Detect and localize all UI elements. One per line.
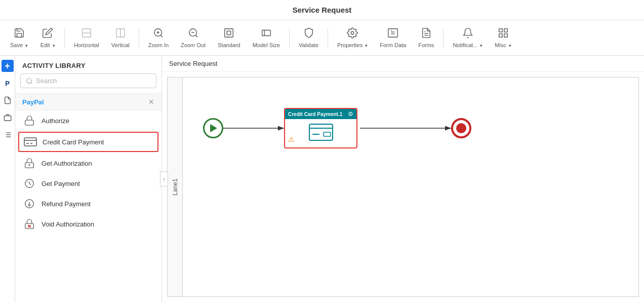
svg-rect-56 <box>324 132 331 136</box>
svg-rect-23 <box>504 29 507 32</box>
form-data-icon <box>387 27 398 41</box>
iconbar-id[interactable] <box>2 111 14 124</box>
vertical-label: Vertical <box>111 42 130 48</box>
refund-payment-icon <box>22 198 36 209</box>
svg-rect-13 <box>262 30 271 36</box>
zoom-in-label: Zoom In <box>148 42 169 48</box>
svg-rect-11 <box>225 29 233 37</box>
canvas-title: Service Request <box>162 56 644 72</box>
task-node-body: ⚠ <box>285 119 356 145</box>
start-event-inner <box>210 124 217 132</box>
notifications-label: Notificat... ▾ <box>453 42 482 48</box>
zoom-out-icon <box>188 27 199 41</box>
get-payment-label: Get Payment <box>42 180 80 187</box>
refund-payment-label: Refund Payment <box>42 200 91 208</box>
notifications-button[interactable]: Notificat... ▾ <box>448 25 488 50</box>
sidebar-item-get-authorization[interactable]: Get Authorization <box>15 153 162 173</box>
save-button[interactable]: Save ▾ <box>5 25 33 50</box>
misc-icon <box>498 27 509 41</box>
iconbar-list[interactable] <box>2 129 14 141</box>
form-data-button[interactable]: Form Data <box>375 25 411 50</box>
canvas-area: Service Request Lane1 <box>162 56 644 302</box>
iconbar-document[interactable] <box>2 94 14 106</box>
authorize-label: Authorize <box>42 117 69 125</box>
credit-card-payment-icon <box>23 136 37 147</box>
svg-line-34 <box>31 82 32 84</box>
horizontal-button[interactable]: Horizontal <box>69 25 104 50</box>
properties-button[interactable]: Properties ▾ <box>332 25 373 50</box>
edit-icon <box>42 27 53 41</box>
svg-rect-24 <box>504 34 507 37</box>
horizontal-label: Horizontal <box>74 42 99 48</box>
forms-label: Forms <box>418 42 434 48</box>
end-event-inner <box>456 123 466 133</box>
warning-icon: ⚠ <box>288 135 295 143</box>
validate-label: Validate <box>299 42 318 48</box>
gear-icon[interactable]: ⚙ <box>348 110 353 118</box>
search-input[interactable]: Search <box>20 73 156 88</box>
forms-icon <box>421 27 432 41</box>
sidebar-header: Activity Library <box>15 56 162 73</box>
svg-point-41 <box>29 165 30 166</box>
toolbar: Save ▾ Edit ▾ Horizontal Vertical Zoom I… <box>0 20 644 56</box>
sidebar-section-title: PayPal <box>22 98 44 106</box>
void-authorization-label: Void Authorization <box>42 220 94 228</box>
sidebar-item-authorize[interactable]: Authorize <box>15 110 162 131</box>
task-node-credit-card-payment[interactable]: Credit Card Payment.1 ⚙ <box>284 108 357 148</box>
lane: Lane1 <box>167 77 639 297</box>
start-event[interactable] <box>203 118 223 138</box>
vertical-icon <box>115 27 126 41</box>
sidebar-item-get-payment[interactable]: Get Payment <box>15 173 162 194</box>
svg-point-33 <box>27 78 31 83</box>
end-event[interactable] <box>451 118 471 138</box>
properties-icon <box>347 27 358 41</box>
edit-label: Edit ▾ <box>41 42 55 48</box>
sidebar-collapse-button[interactable]: ‹ <box>160 171 168 186</box>
iconbar-add[interactable]: + <box>2 60 14 72</box>
save-icon <box>14 27 25 41</box>
horizontal-icon <box>81 27 92 41</box>
form-data-label: Form Data <box>380 42 406 48</box>
sidebar-close-button[interactable]: ✕ <box>148 98 154 106</box>
misc-label: Misc ▾ <box>495 42 511 48</box>
sidebar-item-credit-card-payment[interactable]: Credit Card Payment <box>18 132 158 152</box>
model-size-label: Model Size <box>253 42 280 48</box>
authorize-icon <box>22 115 36 126</box>
sidebar-item-void-authorization[interactable]: Void Authorization <box>15 214 162 234</box>
main-layout: + P Activity Library Search PayPal ✕ Aut <box>0 56 644 302</box>
task-node-header: Credit Card Payment.1 ⚙ <box>285 109 356 119</box>
edit-button[interactable]: Edit ▾ <box>35 25 60 50</box>
svg-rect-16 <box>388 29 397 37</box>
svg-line-5 <box>160 35 163 37</box>
validate-button[interactable]: Validate <box>294 25 324 50</box>
zoom-out-label: Zoom Out <box>181 42 206 48</box>
standard-label: Standard <box>218 42 240 48</box>
forms-button[interactable]: Forms <box>413 25 439 50</box>
task-card-icon <box>308 123 334 141</box>
vertical-button[interactable]: Vertical <box>106 25 135 50</box>
lane-inner: Credit Card Payment.1 ⚙ <box>183 78 638 296</box>
sidebar-item-refund-payment[interactable]: Refund Payment <box>15 194 162 214</box>
validate-icon <box>303 27 314 41</box>
zoom-in-button[interactable]: Zoom In <box>143 25 174 50</box>
canvas-content[interactable]: Lane1 <box>162 72 644 302</box>
svg-rect-12 <box>227 31 231 34</box>
iconbar-paypal[interactable]: P <box>2 77 14 89</box>
icon-bar: + P <box>0 56 15 302</box>
standard-icon <box>223 27 234 41</box>
standard-button[interactable]: Standard <box>213 25 246 50</box>
misc-button[interactable]: Misc ▾ <box>490 25 516 50</box>
notifications-icon <box>462 27 473 41</box>
model-size-button[interactable]: Model Size <box>248 25 285 50</box>
save-label: Save ▾ <box>10 42 28 48</box>
svg-rect-25 <box>499 34 502 37</box>
sidebar-section-paypal: PayPal ✕ <box>15 93 162 110</box>
credit-card-payment-label: Credit Card Payment <box>43 138 104 146</box>
svg-line-9 <box>195 35 197 37</box>
svg-rect-35 <box>25 120 34 125</box>
void-authorization-icon <box>22 218 36 230</box>
task-node-title: Credit Card Payment.1 <box>288 111 342 117</box>
model-size-icon <box>261 27 272 41</box>
zoom-out-button[interactable]: Zoom Out <box>176 25 211 50</box>
svg-rect-22 <box>499 29 502 32</box>
